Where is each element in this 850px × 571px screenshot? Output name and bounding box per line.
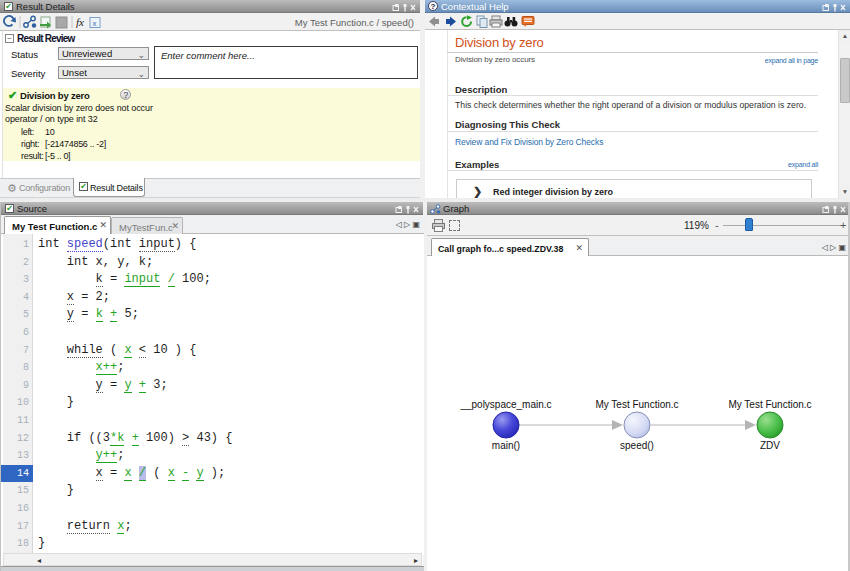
svg-text:x: x <box>93 19 97 28</box>
svg-text:fx: fx <box>76 16 84 28</box>
